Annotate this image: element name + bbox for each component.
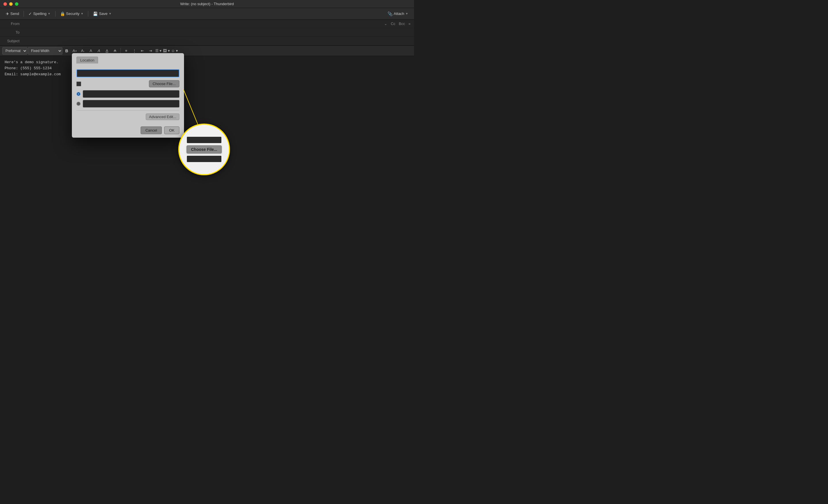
advanced-edit-button[interactable]: Advanced Edit... <box>146 113 179 120</box>
cancel-button[interactable]: Cancel <box>140 127 162 134</box>
url-input-row <box>77 69 179 77</box>
from-input[interactable] <box>23 19 384 28</box>
font-select[interactable]: Fixed Width <box>28 47 63 55</box>
radio-input-2[interactable] <box>83 100 179 107</box>
format-toolbar: Preformat Fixed Width B A+ A- A A A A ≡ … <box>0 46 414 56</box>
to-input[interactable] <box>23 28 414 37</box>
from-label: From <box>0 21 23 26</box>
send-button[interactable]: ✈ Send <box>3 10 21 17</box>
zoom-bottom-bar <box>187 156 221 162</box>
attach-icon: 📎 <box>387 11 392 16</box>
fmt-divider-1 <box>120 48 121 54</box>
more-icon: » <box>409 21 411 26</box>
editor-line-1: Here's a demo signature. <box>5 59 409 65</box>
style-select[interactable]: Preformat <box>2 47 27 55</box>
choose-file-button[interactable]: Choose File... <box>149 80 179 87</box>
radio-row-1 <box>77 90 179 98</box>
header-right-controls: ⌄ Cc Bcc » <box>384 21 414 26</box>
toolbar-divider <box>24 11 24 17</box>
toolbar-divider-3 <box>88 11 88 17</box>
from-row: From ⌄ Cc Bcc » <box>0 19 414 28</box>
minimize-button[interactable] <box>9 2 13 6</box>
expand-icon: ⌄ <box>384 21 387 26</box>
window-controls <box>3 2 18 6</box>
toolbar-divider-2 <box>55 11 55 17</box>
zoom-callout: Choose File... <box>178 124 230 175</box>
editor-line-3: Email: sample@example.com <box>5 72 409 78</box>
bcc-button[interactable]: Bcc <box>399 21 405 26</box>
send-icon: ✈ <box>6 11 9 16</box>
main-toolbar: ✈ Send ✓ Spelling ▼ 🔒 Security ▼ 💾 Save … <box>0 8 414 19</box>
save-icon: 💾 <box>93 11 98 16</box>
radio-input-1[interactable] <box>83 90 179 98</box>
to-row: To <box>0 28 414 37</box>
lock-icon: 🔒 <box>60 11 65 16</box>
zoom-circle: Choose File... <box>178 124 230 175</box>
dialog-body: Choose File... Advanced Edit... <box>72 66 184 127</box>
titlebar: Write: (no subject) - Thunderbird <box>0 0 414 8</box>
bold-icon[interactable]: B <box>63 47 71 55</box>
attach-button[interactable]: 📎 Attach ▼ <box>385 10 411 17</box>
cc-button[interactable]: Cc <box>391 21 395 26</box>
security-dropdown-arrow: ▼ <box>81 12 84 15</box>
ok-button[interactable]: OK <box>164 127 179 134</box>
zoom-input-bar <box>187 137 221 143</box>
radio-row-2 <box>77 100 179 107</box>
subject-input[interactable] <box>23 37 414 45</box>
zoom-choose-file-button[interactable]: Choose File... <box>187 145 221 153</box>
radio-button-2[interactable] <box>77 102 81 106</box>
advanced-row: Advanced Edit... <box>77 113 179 120</box>
to-label: To <box>0 30 23 35</box>
spelling-icon: ✓ <box>29 11 32 16</box>
insert-image-dialog: Location Choose File... Advanced Edit <box>72 53 184 138</box>
checkbox[interactable] <box>77 82 81 86</box>
email-header-fields: From ⌄ Cc Bcc » To Subject <box>0 19 414 46</box>
radio-button-1[interactable] <box>77 92 81 96</box>
editor-line-2: Phone: (555) 555-1234 <box>5 65 409 72</box>
dialog-footer: Cancel OK <box>72 127 184 138</box>
window-title: Write: (no subject) - Thunderbird <box>180 2 234 6</box>
subject-row: Subject <box>0 37 414 45</box>
url-input[interactable] <box>77 69 179 77</box>
spelling-dropdown-arrow: ▼ <box>48 12 51 15</box>
attach-dropdown-arrow: ▼ <box>405 12 408 15</box>
security-button[interactable]: 🔒 Security ▼ <box>58 10 86 17</box>
subject-label: Subject <box>0 39 23 43</box>
save-button[interactable]: 💾 Save ▼ <box>91 10 114 17</box>
dialog-header: Location <box>72 53 184 66</box>
spelling-button[interactable]: ✓ Spelling ▼ <box>26 10 53 17</box>
editor-area[interactable]: Here's a demo signature. Phone: (555) 55… <box>0 56 414 81</box>
location-tab[interactable]: Location <box>77 57 98 63</box>
maximize-button[interactable] <box>15 2 18 6</box>
save-dropdown-arrow: ▼ <box>109 12 112 15</box>
radio-group <box>77 90 179 107</box>
close-button[interactable] <box>3 2 7 6</box>
checkbox-row: Choose File... <box>77 80 179 87</box>
zoom-inner: Choose File... <box>179 125 229 174</box>
